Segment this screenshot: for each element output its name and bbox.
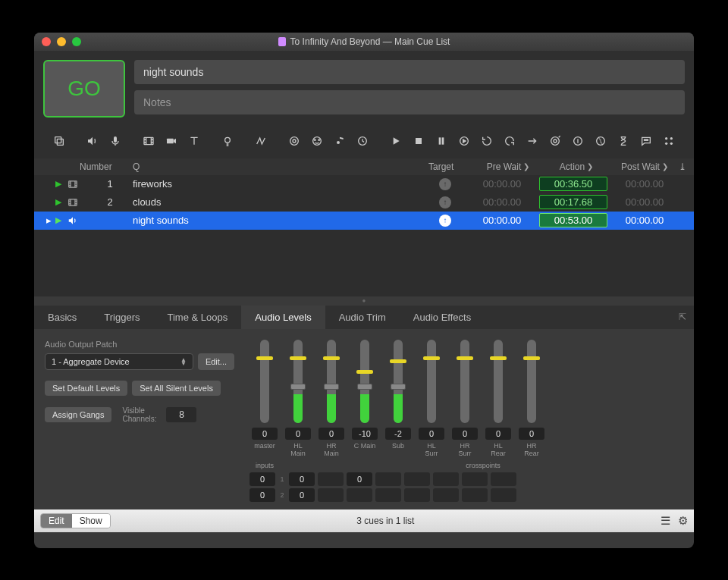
network-cue-icon[interactable] xyxy=(284,131,304,151)
fader-track[interactable] xyxy=(527,340,536,423)
crosspoint-box[interactable] xyxy=(404,488,430,502)
video-cue-icon[interactable] xyxy=(139,131,158,151)
fader-value[interactable]: 0 xyxy=(485,428,511,440)
start-cue-icon[interactable] xyxy=(386,131,406,151)
input-level-box[interactable]: 0 xyxy=(249,488,275,502)
memo-cue-icon[interactable] xyxy=(636,131,656,151)
midi-cue-icon[interactable] xyxy=(307,131,327,151)
crosspoint-box[interactable] xyxy=(318,472,344,486)
fader[interactable]: 0HLMain xyxy=(283,340,313,459)
script-cue-icon[interactable] xyxy=(659,131,679,151)
tab-basics[interactable]: Basics xyxy=(34,306,90,329)
fader-cap-icon[interactable] xyxy=(490,356,507,360)
minimize-icon[interactable] xyxy=(57,37,66,46)
set-default-levels-button[interactable]: Set Default Levels xyxy=(45,381,127,396)
fader-track[interactable] xyxy=(460,340,469,423)
crosspoint-box[interactable] xyxy=(433,472,459,486)
arm-cue-icon[interactable] xyxy=(568,131,588,151)
fader-track[interactable] xyxy=(360,340,369,423)
timecode-cue-icon[interactable] xyxy=(353,131,372,151)
col-postwait[interactable]: Post Wait❯ xyxy=(610,161,679,172)
fader-cap-icon[interactable] xyxy=(290,356,306,360)
col-action[interactable]: Action❯ xyxy=(542,161,610,172)
light-cue-icon[interactable] xyxy=(218,131,237,151)
fader-track[interactable] xyxy=(494,340,503,423)
fader[interactable]: 0HLRear xyxy=(483,340,513,459)
fade-cue-icon[interactable] xyxy=(251,131,271,151)
crosspoint-box[interactable]: 0 xyxy=(289,472,315,486)
fader-value[interactable]: 0 xyxy=(252,428,278,440)
fader-value[interactable]: 0 xyxy=(519,428,544,440)
fader[interactable]: 0HRMain xyxy=(316,340,347,459)
devamp-cue-icon[interactable] xyxy=(500,131,519,151)
device-select[interactable]: 1 - Aggregate Device ▲▼ xyxy=(45,353,193,370)
splitter-handle[interactable]: ● xyxy=(34,296,694,306)
wait-cue-icon[interactable] xyxy=(613,131,633,151)
cue-action[interactable]: 00:17.68 xyxy=(539,195,607,209)
fader[interactable]: -10C Main xyxy=(350,340,380,459)
audio-cue-icon[interactable] xyxy=(83,131,102,151)
cue-row[interactable]: ▶1fireworks↑00:00.0000:36.5000:00.00 xyxy=(34,175,694,193)
fader-cap-icon[interactable] xyxy=(323,356,340,360)
col-prewait[interactable]: Pre Wait❯ xyxy=(474,161,542,172)
assign-gangs-button[interactable]: Assign Gangs xyxy=(45,407,111,422)
camera-cue-icon[interactable] xyxy=(162,131,181,151)
fader-value[interactable]: -2 xyxy=(385,428,411,440)
crosspoint-box[interactable] xyxy=(433,488,459,502)
fader-value[interactable]: 0 xyxy=(285,428,311,440)
fader[interactable]: 0HRSurr xyxy=(450,340,480,459)
fader-track[interactable] xyxy=(327,340,336,423)
col-autocontinue-icon[interactable]: ⤓ xyxy=(679,161,694,172)
edit-patch-button[interactable]: Edit... xyxy=(198,353,234,370)
fader-value[interactable]: -10 xyxy=(352,428,378,440)
target-cue-icon[interactable] xyxy=(545,131,565,151)
cue-action[interactable]: 00:36.50 xyxy=(539,177,607,191)
group-cue-icon[interactable] xyxy=(49,131,69,151)
cue-prewait[interactable]: 00:00.00 xyxy=(468,196,536,208)
fader-track[interactable] xyxy=(394,340,403,423)
fader-cap-icon[interactable] xyxy=(457,356,473,360)
fader-cap-icon[interactable] xyxy=(523,356,540,360)
cue-notes-input[interactable] xyxy=(134,90,685,114)
fader-value[interactable]: 0 xyxy=(318,428,344,440)
reset-cue-icon[interactable] xyxy=(477,131,497,151)
fader[interactable]: -2Sub xyxy=(383,340,413,459)
cue-name-input[interactable] xyxy=(134,60,685,84)
col-q[interactable]: Q xyxy=(133,161,428,172)
go-button[interactable]: GO xyxy=(43,60,125,118)
crosspoint-box[interactable] xyxy=(491,472,516,486)
close-icon[interactable] xyxy=(42,37,51,46)
fader-track[interactable] xyxy=(293,340,303,423)
pause-cue-icon[interactable] xyxy=(431,131,451,151)
goto-cue-icon[interactable] xyxy=(522,131,542,151)
crosspoint-box[interactable]: 0 xyxy=(347,472,372,486)
crosspoint-box[interactable] xyxy=(462,488,488,502)
fader-cap-icon[interactable] xyxy=(356,370,373,374)
fader-cap-icon[interactable] xyxy=(256,356,273,360)
fader[interactable]: 0HRRear xyxy=(516,340,547,459)
stop-cue-icon[interactable] xyxy=(409,131,428,151)
cue-row[interactable]: ▶2clouds↑00:00.0000:17.6800:00.00 xyxy=(34,193,694,212)
cue-postwait[interactable]: 00:00.00 xyxy=(610,178,679,190)
col-number[interactable]: Number xyxy=(80,161,133,172)
fader-value[interactable]: 0 xyxy=(419,428,444,440)
crosspoint-box[interactable]: 0 xyxy=(289,488,315,502)
cue-postwait[interactable]: 00:00.00 xyxy=(610,215,679,226)
cue-row[interactable]: ▸▶night sounds↑00:00.0000:53.0000:00.00 xyxy=(34,212,694,230)
crosspoint-box[interactable] xyxy=(462,472,488,486)
fader-cap-icon[interactable] xyxy=(390,359,406,363)
mic-cue-icon[interactable] xyxy=(105,131,125,151)
disarm-cue-icon[interactable] xyxy=(591,131,610,151)
cue-action[interactable]: 00:53.00 xyxy=(539,213,607,227)
col-target[interactable]: Target xyxy=(428,161,474,172)
crosspoint-box[interactable] xyxy=(491,488,516,502)
tab-audio-trim[interactable]: Audio Trim xyxy=(325,306,400,329)
crosspoint-box[interactable] xyxy=(404,472,430,486)
popout-icon[interactable]: ⇱ xyxy=(679,312,686,322)
cue-prewait[interactable]: 00:00.00 xyxy=(468,178,536,190)
text-cue-icon[interactable] xyxy=(184,131,204,151)
fader-track[interactable] xyxy=(427,340,436,423)
cue-prewait[interactable]: 00:00.00 xyxy=(468,215,536,226)
midi-file-cue-icon[interactable] xyxy=(330,131,350,151)
zoom-icon[interactable] xyxy=(72,37,81,46)
